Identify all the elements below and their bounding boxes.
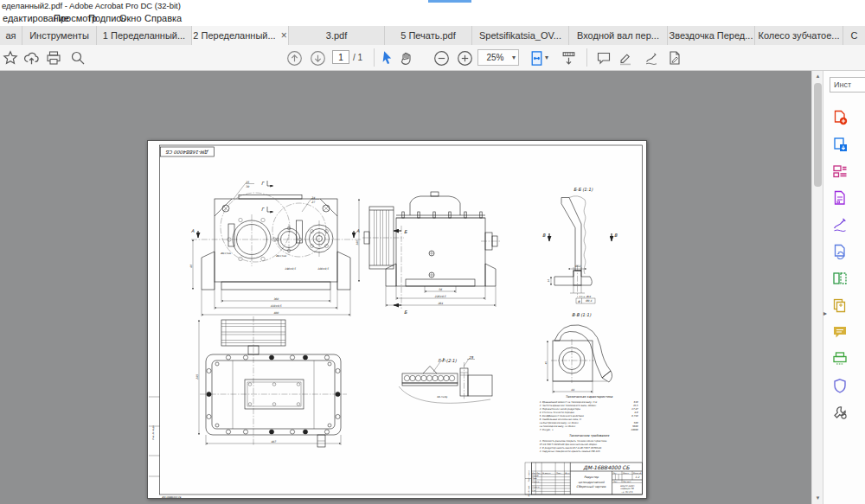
select-tool-icon[interactable] (377, 48, 398, 68)
create-pdf-icon[interactable] (831, 109, 848, 125)
tab-gear-wheel[interactable]: Колесо зубчатое... (755, 26, 843, 45)
svg-text:0,710: 0,710 (631, 415, 638, 418)
edit-page-icon[interactable] (664, 48, 685, 68)
scrolling-mode-icon[interactable] (558, 48, 579, 68)
svg-text:7. Ресурс, ч: 7. Ресурс, ч (540, 429, 554, 431)
tab-input-shaft[interactable]: Входной вал пер... (569, 26, 668, 45)
find-icon[interactable] (67, 48, 88, 68)
zoom-level-select[interactable]: 25% ▾ (477, 49, 519, 66)
more-tools-icon[interactable] (831, 404, 848, 420)
section-vv-label: В-В (1:1) (572, 312, 592, 317)
bb-tolerance-frame: ⊕ Ø0,4 (576, 298, 595, 303)
front-inner-dim-2: 100±0,5 (317, 267, 330, 271)
menu-window[interactable]: Окно (119, 13, 142, 23)
tools-search-input[interactable] (830, 77, 865, 93)
section-mark-v-right: В (612, 233, 618, 241)
tab-doc-2-active[interactable]: 2 Переделанный...× (192, 26, 289, 45)
zoom-caret-icon: ▾ (512, 54, 516, 61)
hand-tool-icon[interactable] (396, 48, 417, 68)
tab-doc-1[interactable]: 1 Переделанный... (97, 26, 192, 45)
svg-text:УТ-34 ГОСТ 24285-80 при оконча: УТ-34 ГОСТ 24285-80 при окончательной сб… (540, 443, 598, 446)
print-icon[interactable] (43, 48, 64, 68)
titlebar-accent-strip (428, 0, 471, 3)
edit-pdf-icon[interactable] (831, 163, 848, 179)
zoom-in-icon[interactable] (454, 48, 475, 68)
organize-pages-icon[interactable] (831, 270, 848, 286)
svg-text:3. Передаточное число редуктор: 3. Передаточное число редуктора (540, 408, 580, 411)
document-canvas[interactable]: Инв. № подл. ДМ-16ВВ4000 СБ (0, 71, 811, 504)
comment-tool-icon[interactable] (831, 323, 848, 340)
vertical-scrollbar[interactable]: ▲ ▼ (811, 71, 823, 504)
svg-text:265: 265 (195, 373, 199, 380)
tab-partial-next[interactable]: С (843, 26, 865, 45)
fill-and-sign-icon[interactable] (831, 216, 848, 233)
menu-help[interactable]: Справка (144, 13, 182, 23)
svg-text:35,5: 35,5 (633, 405, 638, 407)
favorites-star-icon[interactable] (0, 48, 21, 68)
svg-text:Г: Г (261, 181, 265, 186)
send-for-signature-icon[interactable] (831, 243, 848, 259)
technical-characteristics: Техническая характеристика 1. Вращающий … (540, 395, 638, 431)
tab-sprocket[interactable]: Звездочка Перед... (668, 26, 755, 45)
combine-files-icon[interactable] (831, 297, 848, 313)
tab-tools[interactable]: Инструменты (22, 26, 97, 45)
tools-panel: ▸ (823, 71, 865, 504)
fill-sign-icon[interactable] (641, 48, 662, 68)
comment-icon[interactable] (593, 48, 614, 68)
zoom-level-value: 25% (478, 53, 512, 62)
tab-doc-print[interactable]: 5 Печать.pdf (385, 26, 472, 45)
prepare-form-icon[interactable] (831, 189, 848, 206)
svg-text:Ø0,4: Ø0,4 (586, 299, 592, 303)
title-block-designation: ДМ-16ВВ4000 СБ (583, 464, 630, 470)
highlight-icon[interactable] (615, 48, 636, 68)
svg-text:на тихоходном валу, не более: на тихоходном валу, не более (540, 424, 576, 428)
svg-text:17,87: 17,87 (631, 408, 638, 411)
section-mark-b-top: Б (394, 229, 407, 234)
svg-text:Б: Б (404, 229, 407, 234)
tab-spetsifikatsia[interactable]: Spetsifikatsia_OV... (472, 26, 569, 45)
svg-text:500: 500 (634, 422, 638, 424)
tab-doc-3[interactable]: 3.pdf (289, 26, 385, 45)
corner-stamp: ДМ-16ВВ4000 СБ (161, 147, 215, 156)
protect-icon[interactable] (831, 377, 848, 393)
svg-text:В: В (542, 233, 546, 238)
side-view: Б Б 56 22 (362, 192, 501, 315)
position-leader-25: 25 (464, 355, 475, 367)
svg-text:14: 14 (548, 279, 550, 283)
side-dimensions: 56 226±0,5 264 (386, 286, 496, 307)
previous-page-icon[interactable] (284, 48, 304, 68)
zoom-out-icon[interactable] (431, 48, 452, 68)
svg-text:⊕: ⊕ (578, 300, 580, 303)
section-vv: В-В (1:1) 44 45 (545, 312, 612, 393)
svg-text:264: 264 (438, 302, 443, 305)
panel-expand-icon[interactable]: ▸ (823, 309, 827, 317)
scan-and-ocr-icon[interactable] (831, 350, 848, 367)
next-page-icon[interactable] (307, 48, 328, 68)
footer-stamp-text: ДМ-16ВВ4000 СБ (162, 496, 182, 499)
svg-text:226±0,5: 226±0,5 (434, 295, 446, 298)
title-block-margin-1: Подп. и дата (528, 470, 530, 482)
leader-25-30: 25 30 (234, 181, 254, 200)
tab-close-icon[interactable]: × (281, 26, 287, 45)
fit-page-icon[interactable] (526, 48, 547, 68)
pdf-page: Инв. № подл. ДМ-16ВВ4000 СБ (147, 140, 647, 499)
share-upload-icon[interactable] (21, 48, 42, 68)
page-number-input[interactable] (332, 50, 349, 64)
svg-text:487: 487 (271, 440, 277, 443)
fit-page-caret-icon[interactable]: ▾ (545, 54, 548, 61)
svg-text:А: А (356, 228, 360, 233)
svg-text:480: 480 (273, 311, 279, 315)
tabbar: ая Инструменты 1 Переделанный... 2 Перед… (0, 26, 865, 45)
scrollbar-thumb[interactable] (814, 83, 822, 187)
svg-text:Утв.: Утв. (532, 489, 536, 491)
section-bb: Б-Б (1:1) Ø32 14 (542, 187, 618, 303)
tech-char-title: Техническая характеристика (566, 395, 613, 399)
export-pdf-icon[interactable] (831, 136, 848, 152)
svg-text:4. Степень точности передач: 4. Степень точности передач (540, 411, 575, 414)
plan-view: 487 265 (195, 316, 348, 447)
svg-text:А: А (191, 228, 195, 233)
svg-text:60: 60 (189, 264, 193, 268)
acrobat-window: еделанный2.pdf - Adobe Acrobat Pro DC (3… (0, 0, 865, 504)
front-inner-dim-1: 190±0,5 (285, 267, 297, 271)
tab-home-partial[interactable]: ая (0, 26, 22, 45)
